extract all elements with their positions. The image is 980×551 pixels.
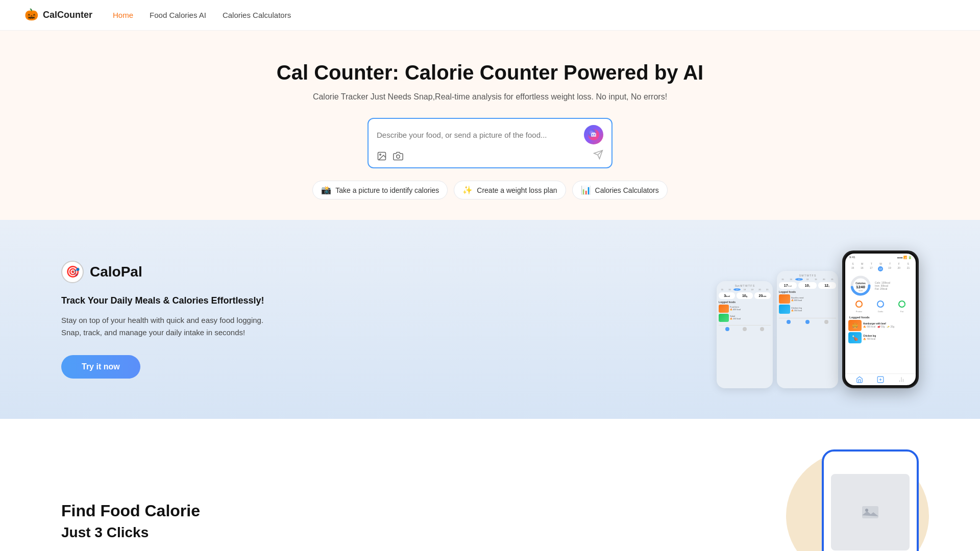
find-section: Find Food Calorie Just 3 Clicks (0, 419, 980, 551)
camera-btn[interactable] (393, 151, 403, 161)
phone-mockups: Sun M T W T F S 15 16 17 18 19 20 21 3kc… (717, 251, 919, 388)
find-phone-placeholder-icon (860, 502, 880, 522)
phone-mockup-main: 9:41 ●●● 📶 🔋 SMTWTFS 15 16 17 18 19 20 2… (842, 251, 919, 388)
find-section-left: Find Food Calorie Just 3 Clicks (61, 502, 200, 541)
ai-avatar-icon (587, 129, 600, 141)
svg-point-28 (865, 509, 868, 512)
find-title: Find Food Calorie (61, 502, 200, 520)
food-item-2: 🍗 Chicken leg 🔥 400 kcal (848, 332, 913, 343)
nav-calories-calc[interactable]: Calories Calculators (223, 11, 291, 19)
nav-food-calories[interactable]: Food Calories AI (150, 11, 206, 19)
phone-nav-chart-icon (898, 376, 905, 383)
macro-protein-circle (855, 300, 863, 308)
try-it-now-button[interactable]: Try it now (61, 355, 140, 379)
send-icon (593, 149, 603, 160)
nav-links: Home Food Calories AI Calories Calculato… (113, 11, 291, 19)
calopal-logo-icon: 🎯 (61, 261, 84, 283)
hero-title: Cal Counter: Calorie Counter Powered by … (24, 61, 955, 84)
svg-point-4 (594, 134, 595, 135)
weight-loss-btn[interactable]: ✨ Create a weight loss plan (454, 181, 566, 199)
nav-home[interactable]: Home (113, 11, 133, 19)
calories-calc-btn[interactable]: 📊 Calories Calculators (572, 181, 668, 199)
phone-mockup-secondary: S M T W T F S 15 16 17 18 19 20 21 17kca… (777, 271, 838, 388)
ai-avatar (584, 125, 603, 144)
camera-emoji-icon: 📸 (321, 185, 331, 195)
svg-point-3 (592, 134, 593, 135)
logo-area[interactable]: 🎃 CalCounter (24, 8, 92, 22)
calopal-brand: 🎯 CaloPal (61, 261, 276, 283)
search-box (368, 118, 612, 168)
logged-foods-label: Logged foods (845, 315, 916, 320)
calories-calc-label: Calories Calculators (595, 186, 659, 194)
svg-text:1240: 1240 (856, 285, 865, 289)
svg-rect-2 (592, 132, 595, 134)
find-phone-screen-content (831, 474, 910, 550)
navbar: 🎃 CalCounter Home Food Calories AI Calor… (0, 0, 980, 31)
weight-loss-label: Create a weight loss plan (477, 186, 557, 194)
calopal-description: Stay on top of your health with quick an… (61, 314, 276, 339)
phone-nav-add-icon (877, 376, 884, 383)
calopal-name: CaloPal (90, 264, 142, 280)
brand-name: CalCounter (43, 10, 92, 20)
phone-nav-home-icon (856, 376, 863, 383)
chart-icon: 📊 (581, 185, 591, 195)
find-section-right (801, 449, 919, 551)
svg-rect-27 (862, 506, 878, 518)
svg-point-6 (380, 154, 381, 155)
find-phone-frame (822, 449, 919, 551)
take-picture-btn[interactable]: 📸 Take a picture to identify calories (312, 181, 448, 199)
logo-icon: 🎃 (24, 8, 39, 22)
calopal-section: 🎯 CaloPal Track Your Daily Meals & Calor… (0, 220, 980, 419)
svg-point-7 (397, 155, 400, 158)
food-item-1: 🍔 Hamburger with beef 🔥 600 kcal 🥩 30g 🧈… (848, 320, 913, 331)
macro-carbs-circle (876, 300, 885, 308)
calopal-left: 🎯 CaloPal Track Your Daily Meals & Calor… (61, 261, 276, 379)
donut-chart-svg: Calories 1240 kcal (849, 274, 872, 297)
send-button[interactable] (593, 149, 603, 162)
camera-icon (393, 151, 403, 161)
hero-subtitle: Calorie Tracker Just Needs Snap,Real-tim… (24, 92, 955, 102)
search-input[interactable] (377, 131, 578, 139)
search-icons (377, 151, 403, 161)
sparkle-icon: ✨ (462, 185, 473, 195)
take-picture-label: Take a picture to identify calories (335, 186, 439, 194)
svg-text:kcal: kcal (859, 289, 862, 292)
search-input-row (377, 125, 603, 144)
gallery-icon (377, 151, 387, 161)
find-subtitle: Just 3 Clicks (61, 524, 200, 541)
phone-mockup-tertiary: Sun M T W T F S 15 16 17 18 19 20 21 3kc… (717, 281, 773, 388)
hero-section: Cal Counter: Calorie Counter Powered by … (0, 31, 980, 220)
macro-fat-circle (898, 300, 906, 308)
search-actions-row (377, 149, 603, 162)
calopal-tagline: Track Your Daily Meals & Calories Effort… (61, 295, 276, 306)
quick-actions: 📸 Take a picture to identify calories ✨ … (24, 181, 955, 199)
gallery-btn[interactable] (377, 151, 387, 161)
